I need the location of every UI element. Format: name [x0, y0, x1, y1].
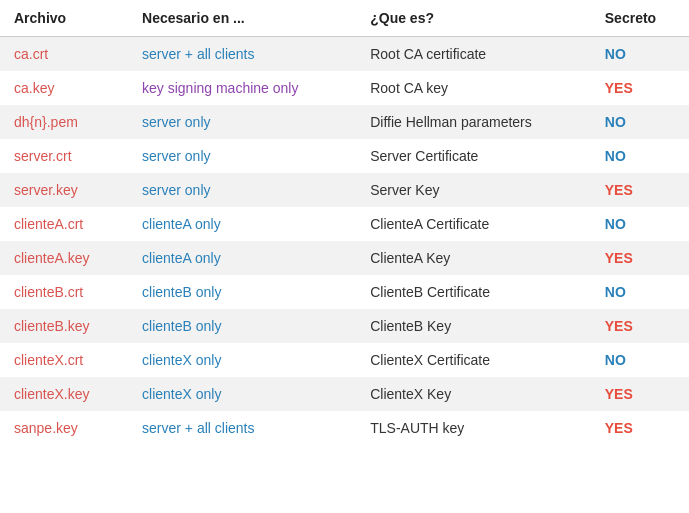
- certificate-table: Archivo Necesario en ... ¿Que es? Secret…: [0, 0, 689, 445]
- table-row: ca.crtserver + all clientsRoot CA certif…: [0, 37, 689, 72]
- header-secreto: Secreto: [591, 0, 689, 37]
- table-row: server.crtserver onlyServer CertificateN…: [0, 139, 689, 173]
- cell-archivo: clienteA.key: [0, 241, 128, 275]
- cell-necesario: server only: [128, 105, 356, 139]
- table-row: dh{n}.pemserver onlyDiffie Hellman param…: [0, 105, 689, 139]
- cell-secreto: YES: [591, 241, 689, 275]
- cell-archivo: dh{n}.pem: [0, 105, 128, 139]
- cell-necesario: key signing machine only: [128, 71, 356, 105]
- table-row: clienteX.keyclienteX onlyClienteX KeyYES: [0, 377, 689, 411]
- cell-archivo: clienteX.key: [0, 377, 128, 411]
- cell-quees: Server Key: [356, 173, 591, 207]
- cell-secreto: NO: [591, 343, 689, 377]
- cell-secreto: NO: [591, 139, 689, 173]
- cell-necesario: server only: [128, 139, 356, 173]
- cell-quees: Server Certificate: [356, 139, 591, 173]
- table-row: clienteX.crtclienteX onlyClienteX Certif…: [0, 343, 689, 377]
- cell-secreto: YES: [591, 71, 689, 105]
- cell-archivo: server.key: [0, 173, 128, 207]
- cell-necesario: clienteB only: [128, 275, 356, 309]
- table-row: sanpe.keyserver + all clientsTLS-AUTH ke…: [0, 411, 689, 445]
- cell-secreto: YES: [591, 173, 689, 207]
- cell-quees: Root CA certificate: [356, 37, 591, 72]
- cell-quees: ClienteA Key: [356, 241, 591, 275]
- table-header-row: Archivo Necesario en ... ¿Que es? Secret…: [0, 0, 689, 37]
- cell-archivo: clienteA.crt: [0, 207, 128, 241]
- cell-secreto: NO: [591, 37, 689, 72]
- cell-necesario: clienteA only: [128, 241, 356, 275]
- header-archivo: Archivo: [0, 0, 128, 37]
- cell-secreto: YES: [591, 309, 689, 343]
- header-necesario: Necesario en ...: [128, 0, 356, 37]
- cell-quees: ClienteX Key: [356, 377, 591, 411]
- cell-quees: Diffie Hellman parameters: [356, 105, 591, 139]
- cell-quees: ClienteA Certificate: [356, 207, 591, 241]
- cell-quees: ClienteB Certificate: [356, 275, 591, 309]
- cell-necesario: clienteA only: [128, 207, 356, 241]
- cell-secreto: NO: [591, 105, 689, 139]
- cell-secreto: YES: [591, 377, 689, 411]
- cell-necesario: clienteB only: [128, 309, 356, 343]
- table-row: ca.keykey signing machine onlyRoot CA ke…: [0, 71, 689, 105]
- cell-archivo: clienteB.key: [0, 309, 128, 343]
- cell-necesario: server + all clients: [128, 37, 356, 72]
- table-row: server.keyserver onlyServer KeyYES: [0, 173, 689, 207]
- cell-secreto: NO: [591, 275, 689, 309]
- cell-archivo: server.crt: [0, 139, 128, 173]
- cell-quees: ClienteB Key: [356, 309, 591, 343]
- table-row: clienteB.keyclienteB onlyClienteB KeyYES: [0, 309, 689, 343]
- cell-necesario: server + all clients: [128, 411, 356, 445]
- cell-archivo: ca.crt: [0, 37, 128, 72]
- cell-necesario: clienteX only: [128, 343, 356, 377]
- table-row: clienteA.crtclienteA onlyClienteA Certif…: [0, 207, 689, 241]
- table-row: clienteA.keyclienteA onlyClienteA KeyYES: [0, 241, 689, 275]
- cell-necesario: clienteX only: [128, 377, 356, 411]
- cell-archivo: clienteX.crt: [0, 343, 128, 377]
- cell-necesario: server only: [128, 173, 356, 207]
- cell-secreto: YES: [591, 411, 689, 445]
- cell-quees: TLS-AUTH key: [356, 411, 591, 445]
- cell-quees: Root CA key: [356, 71, 591, 105]
- cell-archivo: clienteB.crt: [0, 275, 128, 309]
- table-row: clienteB.crtclienteB onlyClienteB Certif…: [0, 275, 689, 309]
- header-quees: ¿Que es?: [356, 0, 591, 37]
- cell-secreto: NO: [591, 207, 689, 241]
- cell-quees: ClienteX Certificate: [356, 343, 591, 377]
- cell-archivo: sanpe.key: [0, 411, 128, 445]
- cell-archivo: ca.key: [0, 71, 128, 105]
